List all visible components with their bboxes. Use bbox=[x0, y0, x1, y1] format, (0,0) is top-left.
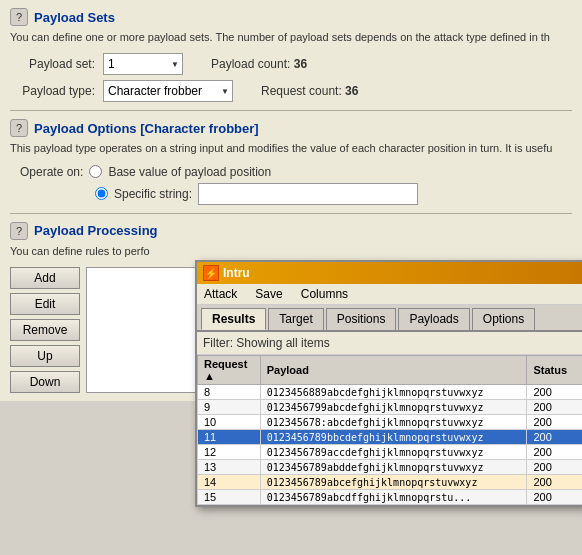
payload-set-select-wrapper[interactable]: 1 bbox=[103, 53, 183, 75]
cell-payload: 012345678:abcdefghijklmnopqrstuvwxyz bbox=[260, 415, 527, 430]
payload-type-label: Payload type: bbox=[10, 84, 95, 98]
payload-options-description: This payload type operates on a string i… bbox=[10, 141, 572, 156]
table-row[interactable]: 10012345678:abcdefghijklmnopqrstuvwxyz20… bbox=[198, 415, 583, 430]
specific-string-input[interactable]: 789abcdefghijklmnopqrstuvwxyz bbox=[198, 183, 418, 205]
table-row[interactable]: 120123456789accdefghijklmnopqrstuvwxyz20… bbox=[198, 445, 583, 460]
radio-specific-string[interactable] bbox=[95, 187, 108, 200]
cell-payload: 0123456789abcefghijklmnopqrstuvwxyz bbox=[260, 475, 527, 490]
cell-status: 200 bbox=[527, 415, 582, 430]
radio-specific-string-label: Specific string: bbox=[114, 187, 192, 201]
cell-payload: 0123456789abcdffghijklmnopqrstu... bbox=[260, 490, 527, 505]
payload-sets-description: You can define one or more payload sets.… bbox=[10, 30, 572, 45]
cell-payload: 0123456889abcdefghijklmnopqrstuvwxyz bbox=[260, 385, 527, 400]
cell-status: 200 bbox=[527, 475, 582, 490]
cell-request: 10 bbox=[198, 415, 261, 430]
remove-button[interactable]: Remove bbox=[10, 319, 80, 341]
payload-type-select-wrapper[interactable]: Character frobber bbox=[103, 80, 233, 102]
up-button[interactable]: Up bbox=[10, 345, 80, 367]
results-table: Request ▲ Payload Status 80123456889abcd… bbox=[197, 355, 582, 505]
operate-on-label: Operate on: bbox=[20, 165, 83, 179]
payload-options-title: Payload Options [Character frobber] bbox=[34, 121, 259, 136]
payload-set-label: Payload set: bbox=[10, 57, 95, 71]
payload-processing-title: Payload Processing bbox=[34, 223, 158, 238]
tabs-bar: Results Target Positions Payloads Option… bbox=[197, 305, 582, 332]
table-row[interactable]: 140123456789abcefghijklmnopqrstuvwxyz200 bbox=[198, 475, 583, 490]
table-row[interactable]: 150123456789abcdffghijklmnopqrstu...200 bbox=[198, 490, 583, 505]
cell-request: 9 bbox=[198, 400, 261, 415]
tab-payloads[interactable]: Payloads bbox=[398, 308, 469, 330]
cell-payload: 0123456799abcdefghijklmnopqrstuvwxyz bbox=[260, 400, 527, 415]
cell-status: 200 bbox=[527, 460, 582, 475]
menu-bar: Attack Save Columns bbox=[197, 284, 582, 305]
tab-target[interactable]: Target bbox=[268, 308, 323, 330]
table-row[interactable]: 110123456789bbcdefghijklmnopqrstuvwxyz20… bbox=[198, 430, 583, 445]
cell-request: 12 bbox=[198, 445, 261, 460]
cell-status: 200 bbox=[527, 385, 582, 400]
radio-base-value[interactable] bbox=[89, 165, 102, 178]
col-status[interactable]: Status bbox=[527, 356, 582, 385]
col-payload[interactable]: Payload bbox=[260, 356, 527, 385]
cell-request: 11 bbox=[198, 430, 261, 445]
payload-processing-description: You can define rules to perfo bbox=[10, 244, 572, 259]
table-row[interactable]: 90123456799abcdefghijklmnopqrstuvwxyz200 bbox=[198, 400, 583, 415]
cell-request: 13 bbox=[198, 460, 261, 475]
radio-base-value-label: Base value of payload position bbox=[108, 165, 271, 179]
filter-bar: Filter: Showing all items bbox=[197, 332, 582, 355]
payload-processing-help-btn[interactable]: ? bbox=[10, 222, 28, 240]
tab-positions[interactable]: Positions bbox=[326, 308, 397, 330]
add-button[interactable]: Add bbox=[10, 267, 80, 289]
payload-sets-help-btn[interactable]: ? bbox=[10, 8, 28, 26]
cell-status: 200 bbox=[527, 400, 582, 415]
table-row[interactable]: 130123456789abddefghijklmnopqrstuvwxyz20… bbox=[198, 460, 583, 475]
payload-options-help-btn[interactable]: ? bbox=[10, 119, 28, 137]
cell-payload: 0123456789accdefghijklmnopqrstuvwxyz bbox=[260, 445, 527, 460]
down-button[interactable]: Down bbox=[10, 371, 80, 393]
intruder-icon: ⚡ bbox=[203, 265, 219, 281]
cell-payload: 0123456789abddefghijklmnopqrstuvwxyz bbox=[260, 460, 527, 475]
intruder-title: Intru bbox=[223, 266, 250, 280]
menu-columns[interactable]: Columns bbox=[298, 286, 351, 302]
col-request[interactable]: Request ▲ bbox=[198, 356, 261, 385]
edit-button[interactable]: Edit bbox=[10, 293, 80, 315]
cell-request: 15 bbox=[198, 490, 261, 505]
table-row[interactable]: 80123456889abcdefghijklmnopqrstuvwxyz200 bbox=[198, 385, 583, 400]
payload-set-select[interactable]: 1 bbox=[103, 53, 183, 75]
cell-request: 14 bbox=[198, 475, 261, 490]
cell-status: 200 bbox=[527, 490, 582, 505]
menu-attack[interactable]: Attack bbox=[201, 286, 240, 302]
cell-status: 200 bbox=[527, 430, 582, 445]
payload-type-select[interactable]: Character frobber bbox=[103, 80, 233, 102]
payload-sets-title: Payload Sets bbox=[34, 10, 115, 25]
tab-options[interactable]: Options bbox=[472, 308, 535, 330]
request-count-label: Request count: 36 bbox=[261, 84, 358, 98]
tab-results[interactable]: Results bbox=[201, 308, 266, 330]
cell-status: 200 bbox=[527, 445, 582, 460]
cell-payload: 0123456789bbcdefghijklmnopqrstuvwxyz bbox=[260, 430, 527, 445]
menu-save[interactable]: Save bbox=[252, 286, 285, 302]
intruder-titlebar: ⚡ Intru bbox=[197, 262, 582, 284]
payload-count-label: Payload count: 36 bbox=[211, 57, 307, 71]
cell-request: 8 bbox=[198, 385, 261, 400]
intruder-popup: ⚡ Intru Attack Save Columns Results Targ… bbox=[195, 260, 582, 507]
